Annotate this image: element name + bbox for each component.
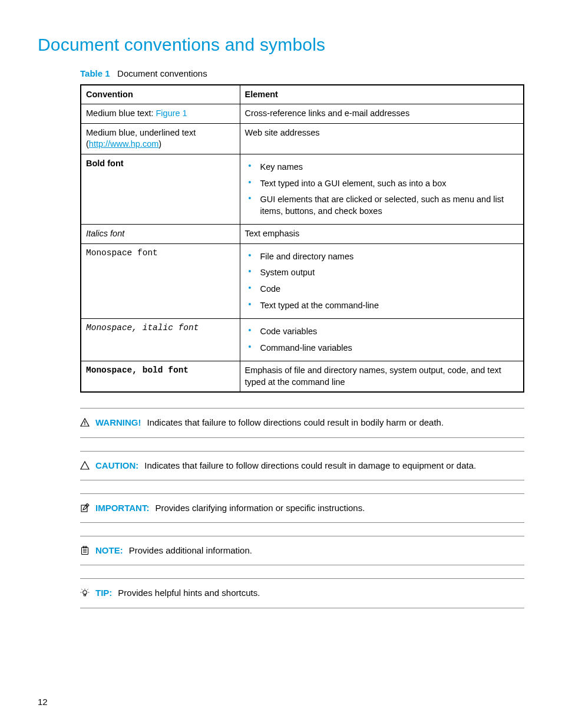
table-caption: Table 1 Document conventions bbox=[80, 68, 524, 80]
svg-line-14 bbox=[82, 589, 82, 590]
admonition-text: Provides additional information. bbox=[129, 545, 252, 556]
list-item: File and directory names bbox=[256, 249, 519, 265]
page-title: Document conventions and symbols bbox=[38, 33, 524, 57]
table-row: Medium blue, underlined text (http://www… bbox=[81, 123, 524, 154]
table-title: Document conventions bbox=[117, 68, 207, 78]
admonition-tip: TIP: Provides helpful hints and shortcut… bbox=[80, 578, 524, 608]
table-row: Bold font Key names Text typed into a GU… bbox=[81, 154, 524, 225]
important-icon bbox=[80, 503, 90, 513]
admonitions: WARNING! Indicates that failure to follo… bbox=[80, 408, 524, 608]
table-label: Table 1 bbox=[80, 68, 110, 78]
crossref-link[interactable]: Figure 1 bbox=[156, 108, 187, 118]
cell-convention: Bold font bbox=[81, 154, 240, 225]
list-item: Code bbox=[256, 281, 519, 298]
cell-convention: Italics font bbox=[81, 225, 240, 244]
admonition-text: Indicates that failure to follow directi… bbox=[147, 417, 444, 429]
admonition-text: Provides clarifying information or speci… bbox=[155, 502, 365, 514]
cell-element: Key names Text typed into a GUI element,… bbox=[240, 154, 524, 225]
text: Medium blue text: bbox=[86, 108, 156, 118]
admonition-label: CAUTION: bbox=[95, 460, 138, 472]
cell-convention: Medium blue, underlined text (http://www… bbox=[81, 123, 240, 154]
page-number: 12 bbox=[38, 696, 48, 708]
list-item: Key names bbox=[256, 159, 519, 176]
list-item: Command-line variables bbox=[256, 340, 519, 357]
admonition-caution: CAUTION: Indicates that failure to follo… bbox=[80, 451, 524, 480]
table-header-row: Convention Element bbox=[81, 85, 524, 104]
table-row: Monospace font File and directory names … bbox=[81, 243, 524, 318]
admonition-note: NOTE: Provides additional information. bbox=[80, 536, 524, 565]
admonition-text: Provides helpful hints and shortcuts. bbox=[118, 587, 260, 599]
bullet-list: Key names Text typed into a GUI element,… bbox=[245, 159, 519, 219]
cell-convention: Monospace, bold font bbox=[81, 361, 240, 393]
cell-element: Web site addresses bbox=[240, 123, 524, 154]
list-item: Code variables bbox=[256, 324, 519, 340]
admonition-label: NOTE: bbox=[95, 545, 123, 556]
table-row: Medium blue text: Figure 1 Cross-referen… bbox=[81, 104, 524, 124]
bullet-list: Code variables Command-line variables bbox=[245, 324, 519, 356]
col-element: Element bbox=[240, 85, 524, 104]
bullet-list: File and directory names System output C… bbox=[245, 249, 519, 314]
list-item: GUI elements that are clicked or selecte… bbox=[256, 192, 519, 219]
admonition-label: WARNING! bbox=[95, 417, 141, 429]
content-block: Table 1 Document conventions Convention … bbox=[80, 68, 524, 608]
list-item: Text typed into a GUI element, such as i… bbox=[256, 176, 519, 192]
caution-icon bbox=[80, 461, 90, 470]
admonition-label: IMPORTANT: bbox=[95, 502, 149, 514]
cell-element: Emphasis of file and directory names, sy… bbox=[240, 361, 524, 393]
table-row: Monospace, bold font Emphasis of file an… bbox=[81, 361, 524, 393]
admonition-text: Indicates that failure to follow directi… bbox=[144, 460, 476, 472]
document-page: Document conventions and symbols Table 1… bbox=[0, 0, 562, 728]
svg-rect-10 bbox=[84, 594, 86, 596]
col-convention: Convention bbox=[81, 85, 240, 104]
text: Medium blue, underlined text bbox=[86, 128, 196, 137]
paren-close: ) bbox=[158, 139, 161, 149]
table-row: Italics font Text emphasis bbox=[81, 225, 524, 244]
list-item: Text typed at the command-line bbox=[256, 298, 519, 314]
cell-element: Cross-reference links and e-mail address… bbox=[240, 104, 524, 124]
admonition-warning: WARNING! Indicates that failure to follo… bbox=[80, 408, 524, 437]
cell-element: Code variables Command-line variables bbox=[240, 319, 524, 361]
cell-convention: Monospace, italic font bbox=[81, 319, 240, 361]
table-row: Monospace, italic font Code variables Co… bbox=[81, 319, 524, 361]
list-item: System output bbox=[256, 265, 519, 281]
tip-icon bbox=[80, 588, 90, 598]
svg-line-15 bbox=[87, 589, 88, 590]
web-link[interactable]: http://www.hp.com bbox=[89, 139, 158, 149]
conventions-table: Convention Element Medium blue text: Fig… bbox=[80, 84, 524, 393]
note-icon bbox=[80, 546, 90, 555]
cell-convention: Medium blue text: Figure 1 bbox=[81, 104, 240, 124]
svg-rect-0 bbox=[84, 421, 85, 424]
admonition-important: IMPORTANT: Provides clarifying informati… bbox=[80, 493, 524, 523]
cell-convention: Monospace font bbox=[81, 243, 240, 318]
svg-point-9 bbox=[83, 591, 87, 595]
admonition-label: TIP: bbox=[95, 587, 112, 599]
cell-element: Text emphasis bbox=[240, 225, 524, 244]
svg-rect-1 bbox=[84, 424, 85, 425]
warning-icon bbox=[80, 418, 90, 427]
cell-element: File and directory names System output C… bbox=[240, 243, 524, 318]
